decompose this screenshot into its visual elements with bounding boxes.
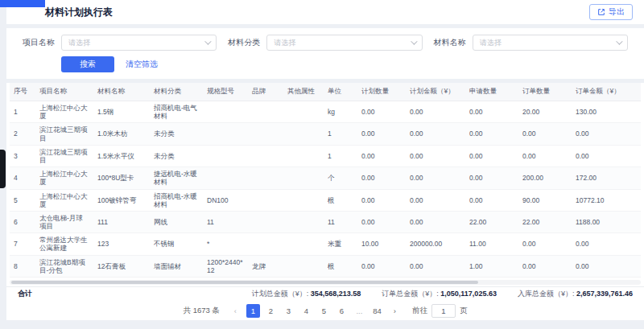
summary-item-value: 2,657,339,761.46 <box>576 290 633 298</box>
column-header: 申请数量 <box>465 83 518 101</box>
table-cell: 个 <box>324 278 357 279</box>
table-cell: 5 <box>10 189 35 211</box>
filter-select-material-category[interactable]: 请选择 <box>266 35 422 51</box>
table-cell: 0.00 <box>518 233 572 255</box>
materials-table: 序号项目名称材料名称材料分类规格型号品牌其他属性单位计划数量计划金额（¥）申请数… <box>10 83 641 278</box>
table-cell <box>283 145 324 167</box>
table-cell: 8 <box>10 255 35 277</box>
table-cell: 10.00 <box>357 233 406 255</box>
sidebar-collapsed-handle[interactable] <box>0 150 6 188</box>
table-cell: 0.00 <box>465 278 518 279</box>
table-header-row: 序号项目名称材料名称材料分类规格型号品牌其他属性单位计划数量计划金额（¥）申请数… <box>10 83 641 101</box>
table-cell <box>248 167 283 189</box>
table-cell: 0.00 <box>406 145 465 167</box>
table-cell: 滨江花城B期项目-分包 <box>35 255 93 277</box>
export-button[interactable]: 导出 <box>589 4 633 20</box>
table-cell: 未分类 <box>150 145 203 167</box>
goto-prefix: 前往 <box>412 306 427 316</box>
table-cell: 根 <box>324 255 357 277</box>
table-cell: 100镀锌管弯 <box>93 189 150 211</box>
page-button-5[interactable]: 5 <box>317 304 331 318</box>
table-cell <box>283 167 324 189</box>
summary-label: 合计 <box>18 289 32 299</box>
column-header: 计划数量 <box>357 83 406 101</box>
table-cell: 0.00 <box>572 145 641 167</box>
horizontal-scrollbar[interactable] <box>10 280 641 285</box>
table-cell <box>248 278 283 279</box>
prev-page-button[interactable]: ‹ <box>229 304 242 318</box>
table-cell: 1188.00 <box>572 211 641 232</box>
page-button-4[interactable]: 4 <box>299 304 313 318</box>
table-cell: 1 <box>324 145 357 167</box>
filter-label: 材料分类 <box>228 37 260 48</box>
page-button-2[interactable]: 2 <box>264 304 278 318</box>
select-placeholder: 请选择 <box>480 38 616 48</box>
pagination: 共 1673 条 ‹ 123456...84 › 前往 页 <box>6 301 644 320</box>
table-cell: 滨江花城三期项目 <box>35 123 93 145</box>
table-panel: 序号项目名称材料名称材料分类规格型号品牌其他属性单位计划数量计划金额（¥）申请数… <box>6 83 644 320</box>
scrollbar-thumb[interactable] <box>11 281 478 284</box>
filter-select-project-name[interactable]: 请选择 <box>61 35 217 51</box>
goto-page-input[interactable] <box>431 304 456 318</box>
table-cell: 0.00 <box>465 167 518 189</box>
export-icon <box>597 8 605 16</box>
table-row: 8滨江花城B期项目-分包12石膏板墙面辅材1200*2440*12龙牌根0.00… <box>10 255 641 277</box>
clear-filters-button[interactable]: 清空筛选 <box>126 59 158 70</box>
table-cell: 上海松江中心大厦 <box>35 167 93 189</box>
table-cell: 常州盛达大学生公寓新建 <box>35 233 93 255</box>
table-cell: 20.00 <box>518 101 572 123</box>
table-cell <box>283 123 324 145</box>
table-cell <box>248 101 283 123</box>
table-row: 5上海松江中心大厦100镀锌管弯招商机电-水暖材料DN100根0.000.000… <box>10 189 641 211</box>
next-page-button[interactable]: › <box>388 304 402 318</box>
column-header: 订单数量 <box>518 83 572 101</box>
table-cell: 0.00 <box>357 145 406 167</box>
table-cell <box>203 123 248 145</box>
table-cell: 1 <box>324 123 357 145</box>
table-cell: 130.00 <box>572 101 641 123</box>
table-cell: 0.00 <box>465 123 518 145</box>
table-cell: 1 <box>10 101 35 123</box>
table-cell <box>283 211 324 232</box>
summary-item: 计划总金额（¥）: 354,568,213.58 <box>252 289 361 299</box>
table-cell: 150*10U型卡 <box>93 278 150 279</box>
column-header: 品牌 <box>248 83 283 101</box>
column-header: 订单金额（¥） <box>572 83 641 101</box>
table-row: 7常州盛达大学生公寓新建123不锈钢*米重10.00200000.0011.00… <box>10 233 641 255</box>
page-ellipsis: ... <box>353 304 366 318</box>
summary-totals: 计划总金额（¥）: 354,568,213.58订单总金额（¥）: 1,050,… <box>252 289 633 299</box>
summary-item-label: 订单总金额（¥）: <box>382 290 440 298</box>
table-cell: 0.00 <box>357 123 406 145</box>
table-cell: 11 <box>324 211 357 232</box>
table-cell: 滨江花城三期项目 <box>35 145 93 167</box>
table-cell: 6 <box>10 211 35 232</box>
search-button[interactable]: 搜索 <box>61 56 114 72</box>
table-cell: 0.00 <box>406 211 465 232</box>
table-cell: 0.00 <box>465 145 518 167</box>
table-cell: 个 <box>324 167 357 189</box>
summary-item-value: 354,568,213.58 <box>311 290 361 298</box>
table-cell: 90.00 <box>518 189 572 211</box>
table-cell <box>283 255 324 277</box>
page-button-3[interactable]: 3 <box>282 304 295 318</box>
table-cell <box>283 233 324 255</box>
filter-actions: 搜索 清空筛选 <box>23 56 628 72</box>
table-cell: 0.00 <box>518 145 572 167</box>
table-cell: 80.00 <box>518 278 572 279</box>
summary-row: 合计 计划总金额（¥）: 354,568,213.58订单总金额（¥）: 1,0… <box>6 286 644 301</box>
table-cell: 200000.00 <box>406 233 465 255</box>
table-cell <box>283 278 324 279</box>
table-cell <box>248 145 283 167</box>
page-button-1[interactable]: 1 <box>246 304 260 318</box>
filter-select-material-name[interactable]: 请选择 <box>473 35 628 51</box>
table-cell: 招商机电-水暖材料 <box>150 278 203 279</box>
page-button-6[interactable]: 6 <box>335 304 349 318</box>
page-button-84[interactable]: 84 <box>370 304 384 318</box>
filter-group-material-name: 材料名称请选择 <box>434 35 628 51</box>
table-row: 4上海松江中心大厦100*8U型卡捷远机电-水暖材料个0.000.000.002… <box>10 167 641 189</box>
table-cell: 0.00 <box>518 123 572 145</box>
table-cell: * <box>203 233 248 255</box>
table-cell: 9 <box>10 278 35 279</box>
table-cell <box>248 233 283 255</box>
table-cell: 172.00 <box>572 167 641 189</box>
